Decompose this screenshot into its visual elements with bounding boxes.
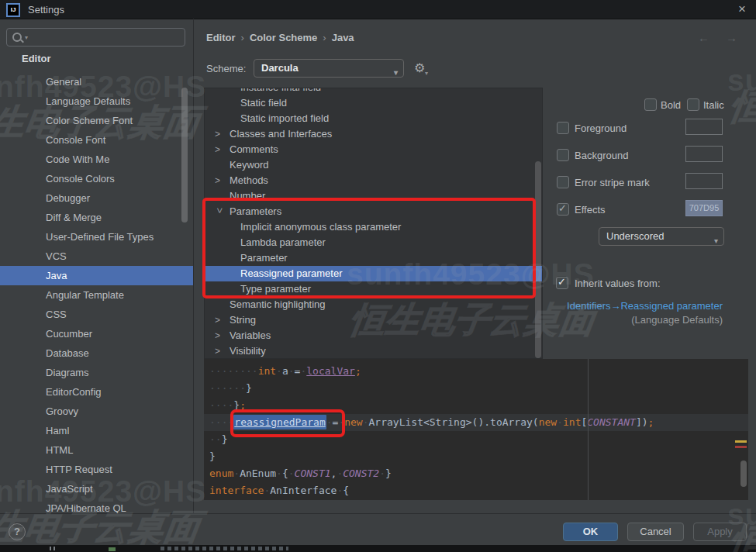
- chevron-collapsed-icon[interactable]: >: [215, 173, 224, 188]
- chevron-expanded-icon[interactable]: >: [212, 208, 227, 217]
- tree-item-static-field[interactable]: Static field: [205, 95, 542, 111]
- cancel-button[interactable]: Cancel: [627, 523, 684, 541]
- tree-item-label: Lambda parameter: [205, 235, 326, 250]
- sidebar-item-code-with-me[interactable]: Code With Me: [0, 150, 193, 169]
- sidebar-item-cucumber[interactable]: Cucumber: [0, 324, 193, 343]
- tree-scrollbar[interactable]: [535, 161, 541, 358]
- apply-button-disabled[interactable]: Apply: [693, 523, 747, 541]
- sidebar-item-javascript[interactable]: JavaScript: [0, 479, 193, 499]
- code-token: ·: [276, 365, 282, 377]
- sidebar-item-color-scheme-font[interactable]: Color Scheme Font: [0, 111, 193, 130]
- highlighted-identifier: reassignedParam: [233, 415, 326, 430]
- sidebar-item-debugger[interactable]: Debugger: [0, 188, 193, 208]
- code-token: int: [563, 416, 581, 428]
- ok-button[interactable]: OK: [563, 523, 618, 541]
- tree-item-methods[interactable]: >Methods: [205, 173, 542, 188]
- tree-item-comments[interactable]: >Comments: [205, 142, 542, 157]
- sidebar-item-diagrams[interactable]: Diagrams: [0, 363, 193, 382]
- search-icon-handle: [20, 40, 24, 43]
- breadcrumb-editor[interactable]: Editor: [206, 32, 236, 43]
- sidebar-item-user-defined-file-types[interactable]: User-Defined File Types: [0, 227, 193, 247]
- sidebar-item-html[interactable]: HTML: [0, 440, 193, 460]
- breadcrumb-separator: ›: [236, 32, 250, 43]
- settings-sidebar: ▾ Editor GeneralLanguage DefaultsColor S…: [0, 19, 194, 513]
- gear-icon[interactable]: ⚙▾: [414, 60, 425, 75]
- sidebar-item-console-font[interactable]: Console Font: [0, 130, 193, 150]
- close-icon[interactable]: ×: [734, 2, 750, 17]
- tree-item-visibility[interactable]: >Visibility: [205, 343, 542, 359]
- tree-item-number[interactable]: Number: [205, 188, 542, 204]
- chevron-collapsed-icon[interactable]: >: [215, 142, 224, 157]
- code-token: a: [282, 365, 288, 377]
- effects-color-swatch[interactable]: 707D95: [685, 200, 723, 216]
- sidebar-item-diff-merge[interactable]: Diff & Merge: [0, 208, 193, 227]
- inherit-values-checkbox[interactable]: [556, 277, 568, 289]
- bold-checkbox[interactable]: [644, 98, 657, 111]
- sidebar-item-language-defaults[interactable]: Language Defaults: [0, 91, 193, 111]
- watermark-text: 恒生电子云桌面: [727, 84, 756, 130]
- chevron-collapsed-icon[interactable]: >: [215, 312, 224, 328]
- effects-checkbox[interactable]: [557, 203, 569, 216]
- code-token: {: [343, 485, 349, 496]
- error-stripe-checkbox[interactable]: [557, 176, 569, 188]
- background-checkbox[interactable]: [557, 149, 569, 161]
- sidebar-item-general[interactable]: General: [0, 72, 193, 91]
- sidebar-item-database[interactable]: Database: [0, 343, 193, 363]
- gear-caret-icon: ▾: [425, 70, 428, 77]
- code-token: ·: [288, 467, 295, 479]
- sidebar-item-vcs[interactable]: VCS: [0, 247, 193, 266]
- code-preview[interactable]: ········int·a·=·localVar;······}····};··…: [204, 359, 748, 500]
- italic-checkbox[interactable]: [687, 98, 699, 111]
- foreground-color-swatch[interactable]: [685, 119, 723, 135]
- tree-item-string[interactable]: >String: [205, 312, 542, 328]
- sidebar-section-editor[interactable]: Editor: [22, 53, 51, 64]
- code-token: ArrayList<String>().toArray(: [369, 416, 539, 428]
- tree-item-parameters[interactable]: >Parameters: [205, 204, 542, 219]
- tree-item-reassigned-parameter[interactable]: Reassigned parameter: [205, 266, 542, 281]
- tree-item-classes-and-interfaces[interactable]: >Classes and Interfaces: [205, 126, 542, 142]
- breadcrumb-color-scheme[interactable]: Color Scheme: [250, 32, 317, 43]
- tree-item-instance-final-field[interactable]: Instance final field: [205, 88, 542, 95]
- chevron-collapsed-icon[interactable]: >: [215, 126, 224, 142]
- tree-item-lambda-parameter[interactable]: Lambda parameter: [205, 235, 542, 250]
- tree-item-semantic-highlighting[interactable]: Semantic highlighting: [205, 297, 542, 312]
- search-options-caret-icon[interactable]: ▾: [25, 34, 28, 41]
- foreground-checkbox[interactable]: [557, 122, 569, 134]
- sidebar-scrollbar[interactable]: [181, 88, 188, 223]
- help-button[interactable]: ?: [9, 523, 26, 540]
- code-line: enum·AnEnum·{·CONST1,·CONST2·}: [204, 465, 748, 482]
- sidebar-item-angular-template[interactable]: Angular Template: [0, 285, 193, 305]
- chevron-collapsed-icon[interactable]: >: [215, 343, 224, 359]
- effect-type-dropdown[interactable]: Underscored ▾: [599, 227, 724, 246]
- tree-item-implicit-anonymous-class-parameter[interactable]: Implicit anonymous class parameter: [205, 219, 542, 235]
- sidebar-item-http-request[interactable]: HTTP Request: [0, 460, 193, 479]
- tree-item-label: Reassigned parameter: [205, 266, 343, 281]
- element-tree: Instance final fieldStatic fieldStatic i…: [204, 88, 543, 359]
- scheme-dropdown[interactable]: Darcula ▾: [254, 59, 404, 78]
- search-input[interactable]: ▾: [6, 28, 185, 47]
- inherit-source-link[interactable]: Identifiers→Reassigned parameter: [567, 300, 723, 312]
- chevron-collapsed-icon[interactable]: >: [215, 328, 224, 343]
- breadcrumb-java[interactable]: Java: [332, 32, 354, 43]
- tree-item-keyword[interactable]: Keyword: [205, 157, 542, 173]
- sidebar-item-css[interactable]: CSS: [0, 305, 193, 324]
- tree-item-label: Number: [205, 188, 265, 204]
- preview-scrollbar[interactable]: [740, 461, 747, 487]
- tree-item-parameter[interactable]: Parameter: [205, 250, 542, 266]
- back-arrow-icon[interactable]: ←: [698, 31, 709, 44]
- error-stripe-color-swatch[interactable]: [685, 173, 723, 189]
- tree-item-variables[interactable]: >Variables: [205, 328, 542, 343]
- forward-arrow-icon[interactable]: →: [726, 31, 737, 44]
- code-token: enum: [209, 467, 233, 479]
- tree-item-type-parameter[interactable]: Type parameter: [205, 281, 542, 297]
- sidebar-item-java[interactable]: Java: [0, 266, 193, 285]
- sidebar-item-groovy[interactable]: Groovy: [0, 402, 193, 421]
- sidebar-item-console-colors[interactable]: Console Colors: [0, 169, 193, 188]
- code-token: {: [282, 467, 288, 479]
- background-color-swatch[interactable]: [685, 146, 723, 162]
- tree-item-static-imported-field[interactable]: Static imported field: [205, 111, 542, 126]
- sidebar-item-jpa-hibernate-ql[interactable]: JPA/Hibernate QL: [0, 499, 193, 513]
- sidebar-item-haml[interactable]: Haml: [0, 421, 193, 440]
- sidebar-item-editorconfig[interactable]: EditorConfig: [0, 382, 193, 402]
- code-token: ;: [240, 399, 246, 411]
